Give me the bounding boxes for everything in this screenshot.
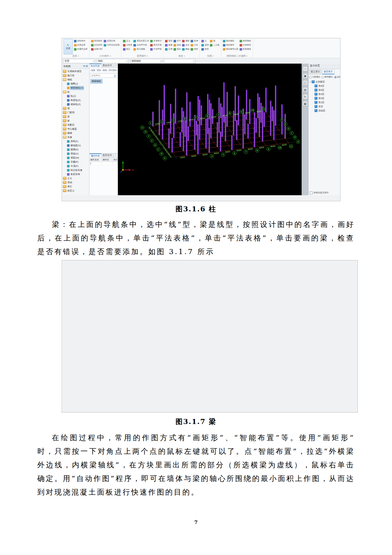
ribbon-button[interactable]: 拉框修剪	[240, 43, 251, 47]
toolbar-button[interactable]: 复制	[96, 69, 101, 72]
tab-element-display[interactable]: 图元显示	[309, 70, 322, 74]
tab-property-list[interactable]: 属性列表	[89, 153, 101, 158]
ribbon-button[interactable]: 修剪	[191, 47, 198, 51]
ribbon-button[interactable]: 长度标注	[150, 39, 162, 43]
context-combo[interactable]: 辅助轴线▾	[130, 59, 162, 63]
floor-row[interactable]: 第6层	[310, 84, 339, 88]
tab-component-list[interactable]: 构件列表	[89, 64, 101, 68]
ribbon-button[interactable]: 修改轴号位置	[223, 47, 238, 51]
tree-item[interactable]: 房间(F)	[62, 139, 89, 143]
tree-item[interactable]: 常用构件类型	[62, 69, 89, 73]
tab-floor-display[interactable]: 楼层显示	[322, 70, 334, 74]
context-combo[interactable]: 轴线▾	[97, 59, 129, 63]
floor-row[interactable]: 首层	[310, 104, 339, 109]
tree-item[interactable]: 墙	[62, 106, 89, 110]
tree-item[interactable]: 轴网(J)	[62, 82, 89, 86]
display-settings-icon[interactable]: ▦	[303, 101, 308, 106]
tree-item[interactable]: 土方	[62, 176, 89, 180]
ribbon-button[interactable]: 两点辅轴	[133, 47, 149, 51]
ribbon-button[interactable]: 批量选择	[74, 43, 88, 47]
ribbon-button[interactable]: 恢复轴线	[240, 47, 251, 51]
tree-item[interactable]: 空心楼盖	[62, 127, 89, 131]
select-tool-button[interactable]: ↖选择	[64, 39, 73, 54]
tab-drawing-manage[interactable]: 图纸管理	[101, 64, 113, 68]
toolbar-button[interactable]: 新建	[90, 69, 95, 72]
tree-item[interactable]: 吊顶(K)	[62, 164, 89, 168]
ribbon-button[interactable]: 直线	[201, 43, 209, 47]
ribbon-button[interactable]: 矩形	[201, 47, 209, 51]
tree-item[interactable]: 柱	[62, 90, 89, 94]
ribbon-button[interactable]: 自动平齐板	[133, 43, 149, 47]
tree-item[interactable]: 天棚(P)	[62, 160, 89, 164]
tree-item[interactable]: 基础	[62, 180, 89, 184]
floor-row[interactable]: 基础层	[310, 109, 339, 113]
ribbon-button[interactable]: 按属性选择	[74, 47, 88, 51]
panel-layout-icons[interactable]: ▤ ▦	[83, 65, 88, 67]
tree-item[interactable]: 装配式	[62, 123, 89, 127]
ribbon-button[interactable]: 修改轴号	[223, 43, 238, 47]
ribbon-button[interactable]: 拉伸	[165, 47, 172, 51]
toolbar-button[interactable]: 层间复制	[108, 69, 117, 72]
ribbon-button[interactable]: 识别房间	[91, 43, 103, 47]
tree-item[interactable]: 独立柱装修	[62, 168, 89, 172]
tab-property-list[interactable]: 图层管理	[101, 153, 113, 158]
ribbon-button[interactable]: 复制到其它层	[133, 39, 149, 43]
tree-item[interactable]: 踢脚(S)	[62, 147, 89, 152]
ribbon-button[interactable]: 设置比例	[104, 39, 119, 43]
tree-item[interactable]: 构造柱(Z)	[62, 98, 89, 102]
tree-item[interactable]: 墙裙(U)	[62, 152, 89, 156]
tree-item[interactable]: 板	[62, 119, 89, 123]
two-d-view-icon[interactable]: ▣	[303, 73, 308, 78]
ribbon-button[interactable]: 镜像	[165, 43, 172, 47]
ribbon-button[interactable]: 还原CAD	[91, 47, 103, 51]
floor-row[interactable]: 第3层	[310, 96, 339, 100]
ribbon-button[interactable]: 拾取构件	[74, 39, 88, 43]
tree-item[interactable]: 施工段	[62, 73, 89, 78]
ribbon-button[interactable]: 定义	[123, 39, 132, 43]
floor-row[interactable]: 第5层	[310, 88, 339, 92]
ribbon-button[interactable]: 圆	[210, 39, 219, 43]
radio-floor-scope[interactable]: 当前楼层	[309, 76, 320, 78]
ribbon-button[interactable]: 修剪轴线	[240, 39, 251, 43]
tree-item[interactable]: 辅助轴线(O)	[62, 86, 89, 90]
context-combo[interactable]: ▾	[164, 59, 196, 63]
ribbon-button[interactable]: 合并	[182, 43, 189, 47]
tree-item[interactable]: 单梁装饰	[62, 172, 89, 176]
toolbar-button[interactable]: 删除	[102, 69, 107, 72]
ribbon-button[interactable]: 旋转	[174, 47, 181, 51]
tree-item[interactable]: 门窗洞	[62, 110, 89, 115]
context-combo[interactable]: 首层▾	[63, 59, 95, 63]
tree-item[interactable]: 墙面(W)	[62, 156, 89, 160]
ribbon-button[interactable]: 云检查	[123, 43, 132, 47]
model-canvas[interactable]: 1234567891011HGFEDCBA4567891011FEDCBA200…	[118, 64, 302, 195]
ribbon-button[interactable]: 查找图纸	[91, 39, 103, 43]
close-icon[interactable]: ×	[115, 64, 118, 68]
floor-row[interactable]: 第2层	[310, 100, 339, 104]
dynamic-observe-icon[interactable]: ◔	[303, 66, 308, 72]
cross-floor-checkbox[interactable]: 跨楼层图元显示	[309, 190, 340, 195]
ribbon-button[interactable]: 移动	[174, 43, 181, 47]
tree-item[interactable]: 其它	[62, 184, 89, 189]
tree-item[interactable]: 自定义	[62, 189, 89, 193]
ribbon-button[interactable]: 锁定	[123, 47, 132, 51]
ribbon-button[interactable]: 点	[201, 39, 209, 43]
local-3d-view-icon[interactable]: ▧	[303, 87, 308, 92]
rotate-view-icon[interactable]: ↻	[303, 94, 308, 99]
radio-floor-scope[interactable]: 相邻楼层	[322, 76, 333, 78]
tree-item[interactable]: 梁	[62, 115, 89, 119]
ribbon-button[interactable]: 删除	[182, 47, 189, 51]
tree-item[interactable]: 砌体柱(Z)	[62, 102, 89, 106]
tree-item[interactable]: 楼梯	[62, 131, 89, 135]
ribbon-button[interactable]: 偏移	[182, 39, 189, 43]
ribbon-button[interactable]: 修改轴距	[223, 39, 238, 43]
component-item[interactable]: 辅助轴线	[91, 79, 102, 83]
ribbon-button[interactable]: 延伸	[191, 39, 198, 43]
ribbon-button[interactable]: 图元存盘	[150, 43, 162, 47]
ribbon-button[interactable]: 复制	[165, 39, 172, 43]
tree-item[interactable]: 楼地面(V)	[62, 143, 89, 147]
ribbon-button[interactable]: 对齐	[174, 39, 181, 43]
ribbon-button[interactable]: 区域平移	[150, 47, 162, 51]
tree-item[interactable]: 装修	[62, 135, 89, 139]
ribbon-button[interactable]: 分割	[191, 43, 198, 47]
tree-item[interactable]: 轴线	[62, 78, 89, 82]
